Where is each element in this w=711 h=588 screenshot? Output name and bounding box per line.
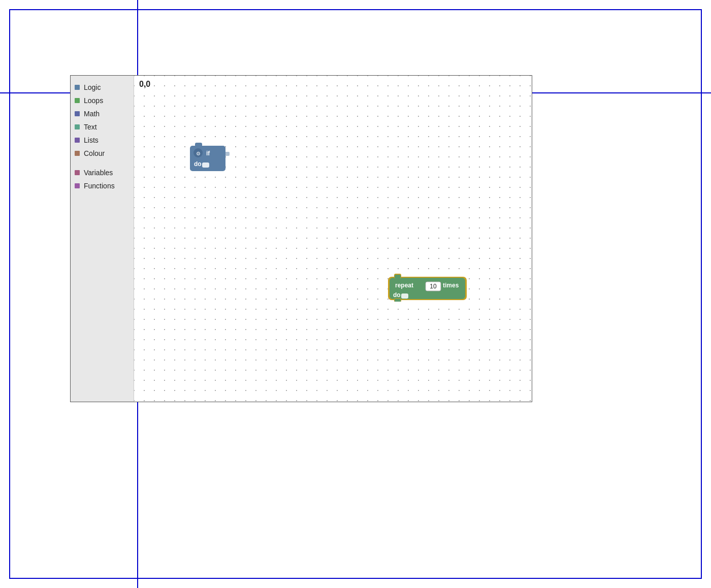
svg-rect-12 (395, 275, 401, 279)
sidebar-item-label: Variables (84, 169, 113, 177)
sidebar-item-label: Logic (84, 83, 101, 91)
blockly-workspace: Logic Loops Math Text Lists Colour Varia… (70, 75, 532, 402)
canvas-area[interactable]: 0,0 ⚙ if do (134, 76, 532, 402)
toolbox: Logic Loops Math Text Lists Colour Varia… (71, 76, 134, 402)
sidebar-item-label: Math (84, 110, 100, 118)
repeat-block[interactable]: repeat 10 times do (388, 274, 469, 302)
text-color-dot (75, 124, 80, 129)
lists-color-dot (75, 138, 80, 143)
sidebar-item-loops[interactable]: Loops (71, 94, 134, 107)
svg-rect-1 (195, 143, 202, 147)
svg-text:do: do (194, 160, 202, 168)
functions-color-dot (75, 183, 80, 188)
if-block-svg: ⚙ if do (190, 142, 230, 171)
sidebar-item-label: Loops (84, 96, 103, 105)
svg-rect-18 (401, 293, 408, 299)
sidebar-item-label: Functions (84, 182, 115, 190)
colour-color-dot (75, 151, 80, 156)
sidebar-item-math[interactable]: Math (71, 107, 134, 120)
sidebar-item-label: Colour (84, 149, 105, 157)
svg-rect-6 (202, 162, 209, 168)
svg-rect-7 (195, 170, 202, 171)
sidebar-item-text[interactable]: Text (71, 120, 134, 134)
loops-color-dot (75, 98, 80, 103)
sidebar-item-variables[interactable]: Variables (71, 166, 134, 179)
svg-rect-8 (224, 152, 230, 156)
if-block[interactable]: ⚙ if do (190, 142, 230, 171)
svg-text:do: do (393, 291, 401, 299)
repeat-block-svg: repeat 10 times do (388, 274, 469, 302)
svg-text:if: if (206, 150, 210, 157)
sidebar-item-logic[interactable]: Logic (71, 81, 134, 94)
variables-color-dot (75, 170, 80, 175)
svg-rect-20 (395, 299, 401, 302)
svg-text:times: times (443, 282, 459, 289)
svg-text:10: 10 (430, 283, 437, 290)
svg-text:repeat: repeat (395, 282, 413, 289)
sidebar-item-functions[interactable]: Functions (71, 179, 134, 192)
sidebar-item-lists[interactable]: Lists (71, 134, 134, 147)
sidebar-item-label: Text (84, 123, 97, 131)
sidebar-item-label: Lists (84, 136, 99, 144)
logic-color-dot (75, 85, 80, 90)
workspace-coordinates: 0,0 (139, 80, 150, 89)
math-color-dot (75, 111, 80, 116)
svg-text:⚙: ⚙ (196, 151, 201, 156)
sidebar-item-colour[interactable]: Colour (71, 147, 134, 160)
